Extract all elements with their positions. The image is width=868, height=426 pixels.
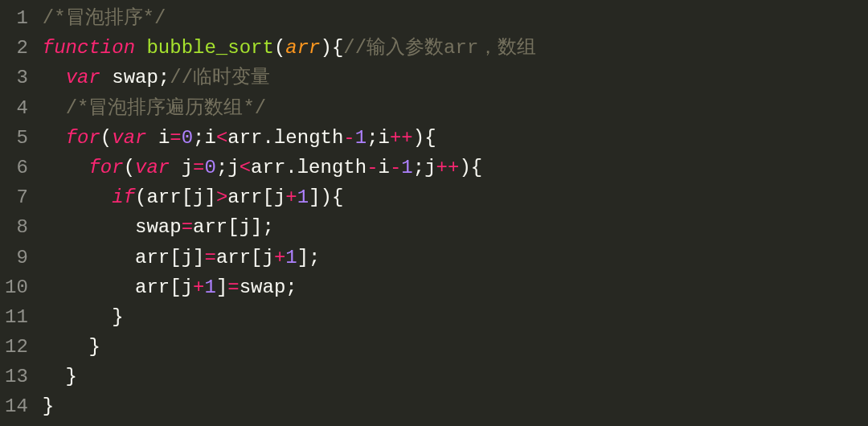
line-number: 13 — [5, 362, 28, 391]
code-token: for — [66, 127, 100, 149]
code-line[interactable]: for(var i=0;i<arr.length-1;i++){ — [43, 123, 537, 153]
code-token: arr — [216, 247, 251, 268]
line-number: 6 — [5, 153, 28, 182]
code-line[interactable]: /*冒泡排序*/ — [43, 3, 537, 33]
code-token: 0 — [182, 127, 193, 149]
code-token: ] — [204, 186, 215, 208]
code-token: ]; — [297, 247, 321, 268]
code-token: arr — [135, 247, 170, 268]
code-token: 1 — [285, 247, 297, 268]
code-token: 1 — [204, 276, 215, 298]
code-token: } — [43, 395, 54, 417]
line-number: 7 — [5, 182, 28, 212]
code-token: [ — [227, 216, 239, 238]
line-number-gutter: 1234567891011121314 — [0, 0, 36, 426]
code-token: swap — [135, 216, 182, 238]
code-token: + — [285, 186, 297, 208]
line-number: 9 — [5, 243, 28, 272]
code-token: 1 — [355, 127, 366, 149]
code-token: /*冒泡排序*/ — [43, 7, 166, 29]
code-token: [ — [170, 247, 181, 268]
code-token: swap — [112, 67, 158, 88]
code-token: ; — [285, 276, 297, 298]
code-line[interactable]: } — [43, 391, 537, 421]
code-line[interactable]: } — [43, 302, 537, 332]
code-token: j — [263, 247, 274, 268]
code-token: arr — [285, 37, 320, 59]
code-token: [ — [170, 276, 181, 298]
code-token: + — [193, 276, 204, 298]
line-number: 8 — [5, 212, 28, 242]
code-token: - — [343, 127, 354, 149]
code-token — [43, 276, 135, 298]
code-line[interactable]: arr[j]=arr[j+1]; — [43, 243, 537, 272]
code-line[interactable]: } — [43, 362, 537, 391]
code-token — [146, 127, 158, 149]
code-token — [43, 67, 66, 88]
code-line[interactable]: swap=arr[j]; — [43, 212, 537, 242]
code-line[interactable]: var swap;//临时变量 — [43, 63, 537, 92]
code-token — [43, 186, 112, 208]
code-line[interactable]: for(var j=0;j<arr.length-i-1;j++){ — [43, 153, 537, 182]
code-token — [135, 37, 146, 59]
code-token: arr.length — [251, 157, 366, 178]
code-token: ){ — [413, 127, 436, 149]
line-number: 3 — [5, 63, 28, 92]
code-line[interactable]: function bubble_sort(arr){//输入参数arr，数组 — [43, 33, 537, 63]
code-token: = — [227, 276, 239, 298]
code-token: > — [216, 186, 227, 208]
code-token: ; — [413, 157, 424, 178]
code-token: //输入参数arr，数组 — [343, 37, 536, 59]
code-token: j — [182, 276, 193, 298]
code-token: [ — [182, 186, 193, 208]
code-token: j — [274, 186, 285, 208]
code-token: } — [43, 366, 77, 387]
line-number: 1 — [5, 3, 28, 33]
line-number: 12 — [5, 332, 28, 362]
code-line[interactable]: arr[j+1]=swap; — [43, 272, 537, 302]
code-token: 1 — [401, 157, 412, 178]
code-token: [ — [263, 186, 274, 208]
code-token: ; — [366, 127, 378, 149]
line-number: 14 — [5, 391, 28, 421]
code-token: ( — [100, 127, 112, 149]
code-token: ){ — [321, 37, 344, 59]
line-number: 11 — [5, 302, 28, 332]
code-token: ){ — [459, 157, 482, 178]
code-editor[interactable]: 1234567891011121314 /*冒泡排序*/function bub… — [0, 0, 868, 426]
code-token: - — [390, 157, 401, 178]
code-token: } — [43, 336, 100, 358]
code-token: ; — [193, 127, 204, 149]
code-token: i — [379, 157, 390, 178]
code-token: = — [170, 127, 181, 149]
code-token: j — [240, 216, 251, 238]
code-token: ( — [135, 186, 146, 208]
code-token: 1 — [297, 186, 309, 208]
code-token: < — [216, 127, 227, 149]
code-token: < — [240, 157, 251, 178]
code-token: [ — [251, 247, 262, 268]
code-token: bubble_sort — [146, 37, 273, 59]
code-token: j — [424, 157, 436, 178]
code-token: arr — [135, 276, 170, 298]
code-token: ] — [193, 247, 204, 268]
code-token: swap — [240, 276, 286, 298]
code-token: /*冒泡排序遍历数组*/ — [66, 97, 267, 119]
code-token: function — [43, 37, 135, 59]
code-token — [43, 97, 66, 119]
code-line[interactable]: if(arr[j]>arr[j+1]){ — [43, 182, 537, 212]
code-area[interactable]: /*冒泡排序*/function bubble_sort(arr){//输入参数… — [36, 0, 537, 426]
line-number: 4 — [5, 93, 28, 123]
code-token: for — [88, 157, 123, 178]
code-line[interactable]: } — [43, 332, 537, 362]
code-line[interactable]: /*冒泡排序遍历数组*/ — [43, 93, 537, 123]
code-token: ]; — [251, 216, 274, 238]
code-token: //临时变量 — [170, 67, 270, 88]
code-token: ] — [216, 276, 227, 298]
code-token: j — [227, 157, 239, 178]
code-token: - — [366, 157, 378, 178]
code-token: ++ — [390, 127, 413, 149]
code-token: 0 — [204, 157, 215, 178]
code-token: i — [379, 127, 390, 149]
code-token — [170, 157, 181, 178]
